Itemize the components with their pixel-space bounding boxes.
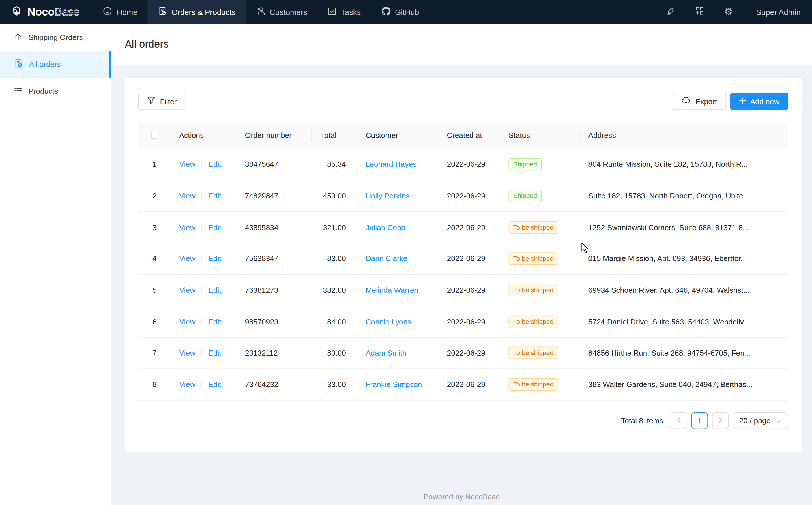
view-link[interactable]: View — [179, 286, 195, 294]
created-at-cell: 2022-06-29 — [436, 243, 500, 275]
divider — [202, 318, 202, 325]
table-row: 6 ViewEdit 98570923 84.00 Connie Lyons 2… — [139, 306, 788, 337]
customer-link[interactable]: Frankie Simpson — [365, 380, 422, 389]
nav-item-orders-products[interactable]: Orders & Products — [148, 0, 246, 24]
next-page-button[interactable] — [712, 412, 729, 429]
table-row: 8 ViewEdit 73764232 33.00 Frankie Simpso… — [139, 369, 788, 400]
total-cell: 332.00 — [312, 275, 357, 306]
row-index: 5 — [139, 275, 171, 306]
prev-page-button[interactable] — [670, 412, 687, 429]
view-link[interactable]: View — [179, 223, 195, 231]
customer-link[interactable]: Holly Perkins — [365, 192, 410, 200]
nav-item-customers[interactable]: Customers — [246, 0, 318, 24]
address-cell: 69934 Schoen River, Apt. 646, 49704, Wal… — [580, 275, 765, 306]
settings-button[interactable]: ⚙ — [714, 0, 743, 24]
created-at-cell: 2022-06-29 — [436, 211, 500, 243]
user-icon — [256, 7, 265, 17]
view-link[interactable]: View — [179, 349, 195, 357]
edit-link[interactable]: Edit — [208, 255, 221, 263]
row-index: 6 — [139, 306, 171, 337]
nocobase-logo[interactable]: NocoBase — [0, 0, 93, 24]
created-at-cell: 2022-06-29 — [436, 306, 500, 337]
view-link[interactable]: View — [179, 160, 195, 168]
nav-item-tasks[interactable]: Tasks — [318, 0, 371, 24]
total-cell: 83.00 — [312, 243, 357, 275]
table-row: 5 ViewEdit 76381273 332.00 Melinda Warre… — [139, 275, 788, 306]
divider — [202, 287, 202, 294]
order-number-cell: 43895834 — [233, 211, 311, 243]
total-cell: 33.00 — [312, 369, 357, 400]
cube-logo-icon — [10, 5, 23, 19]
github-icon — [381, 7, 390, 17]
status-badge: To be shipped — [508, 378, 558, 391]
sidebar-item-shipping-orders[interactable]: Shipping Orders — [0, 24, 111, 51]
user-menu[interactable]: Super Admin — [743, 8, 812, 16]
view-link[interactable]: View — [179, 255, 195, 263]
divider — [202, 192, 202, 200]
orders-table-card: Filter Export — [125, 78, 802, 452]
status-badge: To be shipped — [508, 284, 558, 296]
edit-link[interactable]: Edit — [208, 160, 221, 168]
customer-link[interactable]: Adam Smith — [365, 349, 407, 357]
filter-icon — [147, 96, 155, 106]
view-link[interactable]: View — [179, 192, 195, 200]
page-size-select[interactable]: 20 / page — [733, 412, 788, 429]
export-button[interactable]: Export — [672, 93, 726, 110]
title-bar: All orders — [111, 24, 812, 65]
sidebar-item-all-orders[interactable]: All orders — [0, 51, 111, 77]
customer-link[interactable]: Melinda Warren — [365, 286, 418, 294]
select-all-checkbox[interactable] — [151, 131, 159, 139]
orders-table: Actions Order number Total Customer Crea… — [139, 122, 788, 400]
plugins-button[interactable] — [685, 0, 715, 24]
column-header-customer: Customer — [357, 122, 436, 149]
chevron-left-icon — [676, 417, 681, 425]
order-number-cell: 98570923 — [233, 306, 311, 337]
table-toolbar: Filter Export — [139, 93, 788, 110]
status-badge: To be shipped — [508, 221, 558, 233]
divider — [202, 255, 202, 263]
add-new-button[interactable]: Add new — [730, 93, 788, 110]
main-content: All orders Filter — [111, 24, 812, 505]
column-header-total: Total — [312, 122, 357, 149]
created-at-cell: 2022-06-29 — [436, 369, 500, 400]
check-square-icon — [328, 7, 336, 17]
edit-link[interactable]: Edit — [208, 318, 221, 326]
edit-link[interactable]: Edit — [208, 380, 221, 389]
edit-link[interactable]: Edit — [208, 349, 221, 357]
table-header-row: Actions Order number Total Customer Crea… — [139, 122, 788, 149]
table-row: 7 ViewEdit 23132112 83.00 Adam Smith 202… — [139, 337, 788, 369]
row-index: 7 — [139, 337, 171, 369]
list-icon — [14, 86, 22, 96]
status-badge: Shipped — [508, 158, 542, 171]
view-link[interactable]: View — [179, 380, 195, 389]
edit-link[interactable]: Edit — [208, 223, 221, 231]
view-link[interactable]: View — [179, 318, 195, 326]
order-number-cell: 76381273 — [233, 275, 311, 306]
nav-item-home[interactable]: Home — [93, 0, 148, 24]
divider — [202, 224, 202, 231]
order-number-cell: 38475647 — [233, 149, 311, 180]
customer-link[interactable]: Julian Cobb — [365, 223, 405, 231]
table-row: 4 ViewEdit 75638347 83.00 Darin Clarke 2… — [139, 243, 788, 275]
smiley-icon — [103, 7, 112, 17]
total-cell: 453.00 — [312, 180, 357, 211]
nav-item-github[interactable]: GitHub — [371, 0, 430, 24]
total-cell: 321.00 — [312, 211, 357, 243]
customer-link[interactable]: Darin Clarke — [365, 255, 408, 263]
customer-link[interactable]: Leonard Hayes — [365, 160, 417, 168]
app-window: NocoBase Home — [0, 0, 812, 505]
blocks-add-icon — [695, 6, 704, 18]
cloud-download-icon — [681, 96, 691, 106]
customer-link[interactable]: Connie Lyons — [365, 318, 411, 326]
sidebar-item-products[interactable]: Products — [0, 78, 111, 105]
top-nav: NocoBase Home — [0, 0, 812, 24]
table-row: 3 ViewEdit 43895834 321.00 Julian Cobb 2… — [139, 211, 788, 243]
highlighter-icon — [666, 6, 675, 18]
page-1-button[interactable]: 1 — [691, 412, 708, 429]
ui-editor-button[interactable] — [656, 0, 685, 24]
edit-link[interactable]: Edit — [208, 192, 221, 200]
address-cell: 84856 Hirthe Run, Suite 268, 94754-6705,… — [580, 337, 765, 369]
filter-button[interactable]: Filter — [139, 93, 186, 110]
page-title: All orders — [125, 38, 169, 50]
edit-link[interactable]: Edit — [208, 286, 221, 294]
